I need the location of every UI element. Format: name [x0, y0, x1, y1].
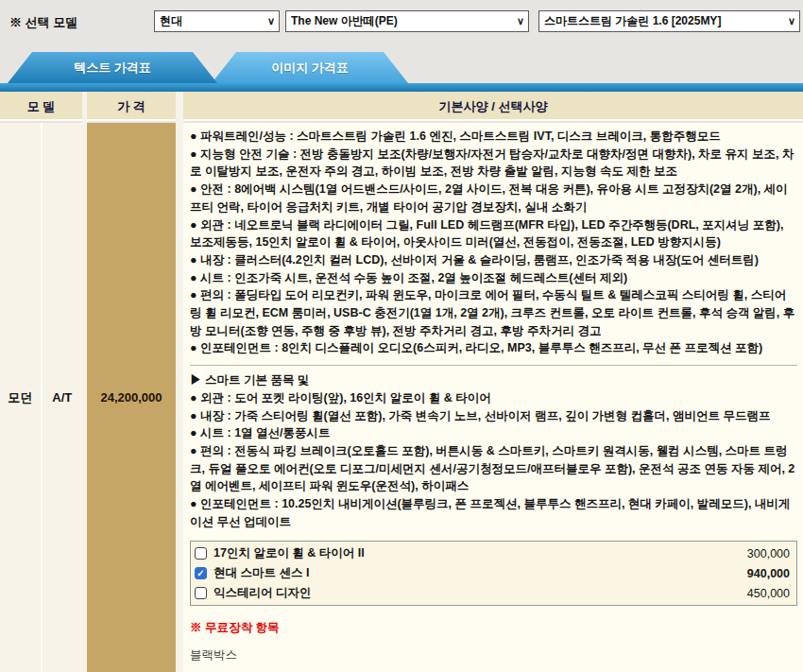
spec-line: ● 외관 : 도어 포켓 라이팅(앞), 16인치 알로이 휠 & 타이어	[190, 389, 797, 407]
trim-name: 모던	[0, 123, 43, 672]
free-items-title: ※ 무료장착 항목	[190, 620, 797, 636]
trim-select-value: 스마트스트림 가솔린 1.6 [2025MY]	[544, 14, 721, 27]
option-price: 450,000	[747, 587, 790, 600]
spec-line: ● 인포테인먼트 : 10.25인치 내비게이션(블루링크, 폰 프로젝션, 블…	[190, 495, 797, 530]
spec-cell: ● 파워트레인/성능 : 스마트스트림 가솔린 1.6 엔진, 스마트스트림 I…	[183, 123, 803, 672]
header-price: 가 격	[87, 92, 176, 121]
option-price: 940,000	[747, 567, 790, 580]
checkbox-checked-icon[interactable]: ✓	[195, 567, 207, 579]
checkbox-unchecked-icon[interactable]	[195, 547, 207, 560]
checkbox-unchecked-icon[interactable]	[195, 587, 207, 599]
option-label: 현대 스마트 센스 I	[214, 565, 309, 581]
spec-line: ● 시트 : 인조가죽 시트, 운전석 수동 높이 조절, 2열 높이조절 헤드…	[190, 269, 797, 287]
trim-select[interactable]: 스마트스트림 가솔린 1.6 [2025MY] ∨	[538, 10, 800, 32]
spec-line: ● 내장 : 가죽 스티어링 휠(열선 포함), 가죽 변속기 노브, 선바이저…	[190, 407, 797, 425]
spec-line: ● 지능형 안전 기술 : 전방 충돌방지 보조(차량/보행자/자전거 탑승자/…	[190, 146, 797, 181]
spec-line: ● 외관 : 네오트로닉 블랙 라디에이터 그릴, Full LED 헤드램프(…	[190, 216, 797, 251]
column-divider	[176, 92, 183, 672]
spec-line: ● 편의 : 폴딩타입 도어 리모컨키, 파워 윈도우, 마이크로 에어 필터,…	[190, 286, 797, 339]
chevron-down-icon: ∨	[267, 11, 275, 31]
spec-line: ● 시트 : 1열 열선/통풍시트	[190, 424, 797, 442]
spec-line: ● 내장 : 클러스터(4.2인치 컬러 LCD), 선바이저 거울 & 슬라이…	[190, 251, 797, 269]
transmission: A/T	[43, 123, 83, 672]
spec-line: ● 파워트레인/성능 : 스마트스트림 가솔린 1.6 엔진, 스마트스트림 I…	[190, 128, 797, 146]
spec-line: ● 안전 : 8에어백 시스템(1열 어드밴스드/사이드, 2열 사이드, 전복…	[190, 181, 797, 215]
smart-spec-list: ▶ 스마트 기본 품목 및● 외관 : 도어 포켓 라이팅(앞), 16인치 알…	[190, 371, 797, 530]
section-divider	[190, 365, 797, 366]
option-label: 익스테리어 디자인	[214, 585, 311, 601]
option-row[interactable]: 익스테리어 디자인450,000	[191, 583, 796, 603]
free-items-list: 블랙박스	[190, 647, 797, 663]
header-spec: 기본사양 / 선택사양	[183, 92, 803, 121]
spec-line: ▶ 스마트 기본 품목 및	[190, 371, 797, 389]
options-block: 17인치 알로이 휠 & 타이어 II300,000✓현대 스마트 센스 I94…	[190, 541, 797, 606]
price-value: 24,200,000	[100, 390, 162, 405]
model-select[interactable]: The New 아반떼(PE) ∨	[285, 10, 529, 32]
tab-image-price[interactable]: 이미지 가격표	[212, 52, 408, 83]
base-spec-list: ● 파워트레인/성능 : 스마트스트림 가솔린 1.6 엔진, 스마트스트림 I…	[190, 128, 797, 357]
tab-image-price-label: 이미지 가격표	[271, 60, 349, 75]
tab-text-price-label: 텍스트 가격표	[74, 60, 151, 75]
spec-line: ● 편의 : 전동식 파킹 브레이크(오토홀드 포함), 버튼시동 & 스마트키…	[190, 442, 797, 495]
column-divider	[82, 92, 87, 672]
header-model: 모 델	[0, 92, 82, 121]
price-cell: 24,200,000	[87, 123, 176, 672]
option-row[interactable]: ✓현대 스마트 센스 I940,000	[191, 563, 796, 583]
option-row[interactable]: 17인치 알로이 휠 & 타이어 II300,000	[191, 543, 796, 563]
tab-underline-bar	[0, 83, 803, 92]
selector-label: ※ 선택 모델	[9, 14, 77, 31]
free-item: 블랙박스	[190, 647, 797, 663]
model-select-value: The New 아반떼(PE)	[291, 14, 398, 27]
brand-select-value: 현대	[160, 14, 182, 27]
option-price: 300,000	[747, 547, 790, 560]
spec-line: ● 인포테인먼트 : 8인치 디스플레이 오디오(6스피커, 라디오, MP3,…	[190, 339, 797, 357]
chevron-down-icon: ∨	[788, 11, 795, 31]
brand-select[interactable]: 현대 ∨	[154, 10, 280, 32]
model-cell: 모던 A/T	[0, 123, 82, 672]
chevron-down-icon: ∨	[517, 11, 524, 31]
tab-text-price[interactable]: 텍스트 가격표	[8, 52, 217, 83]
option-label: 17인치 알로이 휠 & 타이어 II	[214, 545, 365, 561]
price-table-page: ※ 선택 모델 현대 ∨ The New 아반떼(PE) ∨ 스마트스트림 가솔…	[0, 0, 803, 672]
